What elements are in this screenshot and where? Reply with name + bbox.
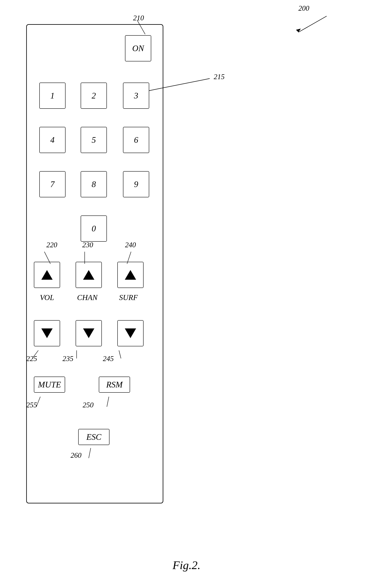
ref-215-label: 215 [214,73,225,81]
mute-button[interactable]: MUTE [34,377,65,393]
label-4: 4 [50,135,55,145]
esc-label: ESC [86,432,101,442]
label-1: 1 [50,91,55,101]
surf-down-icon [125,328,136,338]
on-label: ON [132,43,144,53]
label-0: 0 [92,224,96,233]
rsm-button[interactable]: RSM [99,377,130,393]
ref-260-label: 260 [71,451,81,460]
button-1[interactable]: 1 [39,83,66,109]
ref-225-label: 225 [26,354,37,363]
chan-down-icon [83,328,94,338]
surf-down-button[interactable] [117,320,143,346]
surf-label: SURF [115,293,142,302]
ref-235-label: 235 [63,354,73,363]
button-5[interactable]: 5 [81,127,107,153]
ref-210-label: 210 [133,14,144,22]
button-7[interactable]: 7 [39,171,66,197]
svg-marker-1 [296,29,301,32]
button-2[interactable]: 2 [81,83,107,109]
button-9[interactable]: 9 [123,171,149,197]
ref-245-label: 245 [103,354,114,363]
label-5: 5 [92,135,96,145]
label-2: 2 [92,91,96,101]
button-8[interactable]: 8 [81,171,107,197]
chan-down-button[interactable] [76,320,102,346]
label-8: 8 [92,179,96,189]
surf-up-button[interactable] [117,262,143,288]
vol-up-button[interactable] [34,262,60,288]
label-7: 7 [50,179,55,189]
svg-line-0 [298,16,327,32]
figure-label: Fig.2. [173,558,201,572]
button-0[interactable]: 0 [81,215,107,242]
vol-down-button[interactable] [34,320,60,346]
label-3: 3 [134,91,138,101]
page: 200 ON 210 1 2 3 215 4 5 6 7 8 9 0 [0,0,373,588]
esc-button[interactable]: ESC [78,429,110,445]
ref-250-label: 250 [83,401,94,409]
button-4[interactable]: 4 [39,127,66,153]
rsm-label: RSM [106,380,123,389]
ref-230-label: 230 [82,241,93,249]
chan-up-button[interactable] [76,262,102,288]
mute-label: MUTE [38,380,61,389]
button-3[interactable]: 3 [123,83,149,109]
chan-label: CHAN [74,293,100,302]
surf-up-icon [125,270,136,280]
ref-240-label: 240 [125,241,136,249]
button-6[interactable]: 6 [123,127,149,153]
on-button[interactable]: ON [125,35,151,62]
ref-255-label: 255 [26,401,37,409]
vol-down-icon [41,328,53,338]
ref-200-label: 200 [298,4,309,12]
chan-up-icon [83,270,94,280]
label-9: 9 [134,179,138,189]
label-6: 6 [134,135,138,145]
ref-220-label: 220 [46,241,57,249]
vol-up-icon [41,270,53,280]
ref-200-annotation [262,10,363,50]
vol-label: VOL [34,293,60,302]
